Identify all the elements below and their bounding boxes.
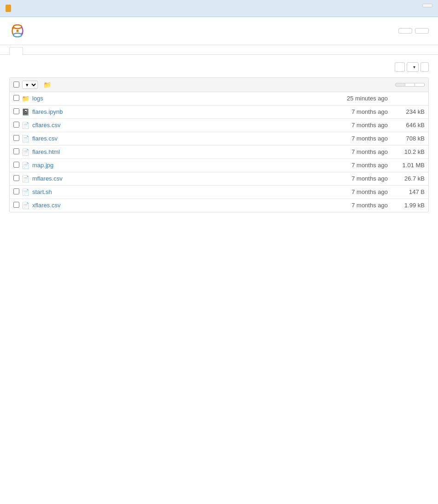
file-modified: 7 months ago [314, 202, 388, 209]
file-icon: 📄 [22, 148, 29, 156]
sort-by-modified-button[interactable] [405, 83, 415, 87]
file-checkbox[interactable] [13, 95, 19, 101]
logout-button[interactable] [415, 28, 429, 34]
file-modified: 7 months ago [314, 175, 388, 182]
file-checkbox[interactable] [13, 175, 19, 181]
file-icon: 📄 [22, 135, 29, 142]
main-content: ▾ ▾ 📁 [0, 55, 438, 220]
select-dropdown[interactable]: ▾ [22, 81, 38, 89]
file-icon: 📄 [22, 175, 29, 182]
file-checkbox[interactable] [13, 162, 19, 168]
header [0, 17, 438, 45]
file-modified: 7 months ago [314, 148, 388, 155]
refresh-button[interactable] [420, 62, 429, 72]
file-browser: ▾ 📁 📁 logs 25 minutes ago 📓 flares.ipynb… [9, 77, 429, 212]
file-checkbox[interactable] [13, 188, 19, 194]
file-icon: 📄 [22, 202, 29, 209]
folder-icon: 📁 [43, 81, 51, 88]
file-checkbox[interactable] [13, 202, 19, 208]
svg-point-1 [13, 33, 22, 37]
file-size: 708 kB [388, 135, 425, 142]
upload-button[interactable] [395, 62, 405, 72]
sort-by-size-button[interactable] [415, 83, 425, 87]
tab-clusters[interactable] [37, 47, 51, 55]
select-all-checkbox[interactable] [13, 82, 19, 88]
file-size: 1.01 MB [388, 162, 425, 169]
update-banner [0, 0, 438, 17]
table-row: 📄 mflares.csv 7 months ago 26.7 kB [10, 172, 428, 186]
file-size: 234 kB [388, 108, 425, 115]
file-size: 1.99 kB [388, 202, 425, 209]
dont-show-button[interactable] [422, 4, 432, 7]
table-row: 📄 flares.html 7 months ago 10.2 kB [10, 146, 428, 159]
file-modified: 7 months ago [314, 108, 388, 115]
file-size: 646 kB [388, 122, 425, 129]
file-size: 10.2 kB [388, 148, 425, 155]
file-modified: 25 minutes ago [314, 95, 388, 102]
file-name[interactable]: flares.csv [32, 135, 314, 142]
action-bar: ▾ [9, 62, 429, 72]
file-modified: 7 months ago [314, 135, 388, 142]
svg-point-2 [17, 29, 19, 32]
table-row: 📄 start.sh 7 months ago 147 B [10, 186, 428, 199]
file-name[interactable]: start.sh [32, 188, 314, 195]
svg-point-0 [13, 25, 22, 29]
action-bar-buttons: ▾ [395, 62, 429, 72]
tab-bar [0, 47, 438, 55]
file-table-header: ▾ 📁 [10, 78, 428, 92]
file-name[interactable]: xflares.csv [32, 202, 314, 209]
new-dropdown-caret-icon: ▾ [413, 64, 415, 70]
notebook-icon: 📓 [22, 108, 29, 116]
file-name[interactable]: map.jpg [32, 162, 314, 169]
breadcrumb: 📁 [43, 81, 53, 88]
quit-button[interactable] [398, 28, 412, 34]
table-row: 📄 map.jpg 7 months ago 1.01 MB [10, 159, 428, 172]
file-modified: 7 months ago [314, 188, 388, 195]
table-row: 📄 cflares.csv 7 months ago 646 kB [10, 119, 428, 132]
svg-point-3 [12, 27, 14, 29]
file-icon: 📄 [22, 162, 29, 169]
file-name[interactable]: cflares.csv [32, 122, 314, 129]
svg-point-4 [21, 33, 23, 35]
file-checkbox[interactable] [13, 122, 19, 128]
table-row: 📄 flares.csv 7 months ago 708 kB [10, 132, 428, 146]
file-name[interactable]: flares.ipynb [32, 108, 314, 115]
file-modified: 7 months ago [314, 162, 388, 169]
file-name[interactable]: flares.html [32, 148, 314, 155]
file-checkbox[interactable] [13, 108, 19, 114]
file-name[interactable]: mflares.csv [32, 175, 314, 182]
tab-files[interactable] [9, 47, 23, 55]
table-row: 📓 flares.ipynb 7 months ago 234 kB [10, 105, 428, 119]
file-name[interactable]: logs [32, 95, 314, 102]
file-size: 147 B [388, 188, 425, 195]
banner-text [6, 4, 418, 13]
update-badge [6, 5, 11, 12]
file-list: 📁 logs 25 minutes ago 📓 flares.ipynb 7 m… [10, 92, 428, 212]
tab-running[interactable] [23, 47, 37, 55]
file-icon: 📄 [22, 122, 29, 129]
table-row: 📄 xflares.csv 7 months ago 1.99 kB [10, 199, 428, 212]
file-checkbox[interactable] [13, 148, 19, 154]
sort-by-name-button[interactable] [395, 83, 405, 87]
logo-area [9, 23, 29, 39]
file-checkbox[interactable] [13, 135, 19, 141]
column-headers [395, 83, 425, 87]
new-button[interactable]: ▾ [407, 62, 419, 72]
select-all-area: ▾ [13, 81, 38, 89]
header-buttons [398, 28, 429, 34]
file-icon: 📄 [22, 188, 29, 196]
file-size: 26.7 kB [388, 175, 425, 182]
jupyter-logo-icon [9, 23, 26, 39]
folder-icon: 📁 [22, 95, 29, 102]
file-modified: 7 months ago [314, 122, 388, 129]
table-row: 📁 logs 25 minutes ago [10, 92, 428, 105]
